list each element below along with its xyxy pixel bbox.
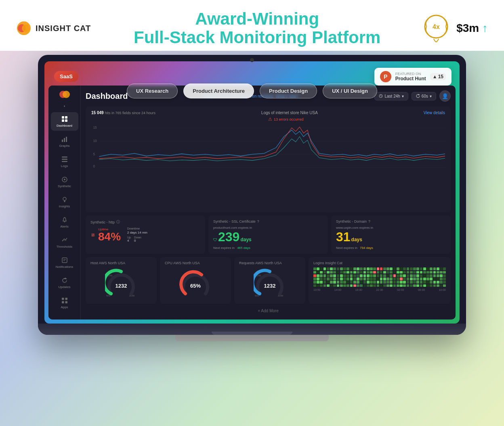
ssl-certificate-card: Synthetic - SSL Certificate ? producthun… bbox=[208, 215, 328, 254]
heatmap-cell bbox=[373, 281, 376, 284]
heatmap-cell bbox=[433, 281, 436, 284]
heatmap-cell bbox=[420, 278, 423, 280]
header-right: 4x $3m ↑ bbox=[423, 14, 488, 43]
heatmap-cell bbox=[317, 281, 319, 284]
heatmap-cell bbox=[397, 271, 399, 274]
add-more-btn[interactable]: + Add More bbox=[86, 307, 451, 315]
synthetic-http-info-icon[interactable]: ⓘ bbox=[116, 219, 120, 225]
heatmap-cell bbox=[380, 284, 383, 287]
svg-rect-8 bbox=[65, 116, 67, 119]
heatmap-cell bbox=[423, 271, 426, 274]
heatmap-cell bbox=[346, 271, 349, 274]
heatmap-cell bbox=[330, 271, 333, 274]
view-details-btn[interactable]: View details bbox=[424, 111, 445, 115]
heatmap-cell bbox=[350, 274, 353, 277]
heatmap-cell bbox=[437, 278, 439, 280]
heatmap-cell bbox=[433, 284, 436, 287]
heatmap-cell bbox=[393, 284, 396, 287]
svg-text:19:00: 19:00 bbox=[319, 171, 326, 172]
heatmap-cell bbox=[390, 271, 393, 274]
sidebar-item-dashboard[interactable]: Dashboard bbox=[51, 112, 78, 131]
svg-text:23:00: 23:00 bbox=[374, 171, 380, 172]
insights-icon bbox=[61, 196, 68, 203]
heatmap-cell bbox=[440, 278, 443, 280]
heatmap-cell bbox=[367, 267, 370, 270]
heatmap-cell bbox=[360, 284, 363, 287]
heatmap-cell bbox=[337, 281, 340, 284]
heatmap-cell bbox=[363, 278, 366, 280]
sidebar-label-synthetic: Synthetic bbox=[58, 184, 71, 188]
heatmap-cell bbox=[357, 271, 359, 274]
heatmap-cell bbox=[386, 267, 389, 270]
svg-text:10:00: 10:00 bbox=[127, 171, 133, 172]
heatmap-cell bbox=[333, 278, 336, 280]
tab-product-architecture[interactable]: Product Architecture bbox=[183, 84, 254, 98]
svg-text:5: 5 bbox=[93, 152, 95, 156]
award-icon: 4x bbox=[423, 14, 449, 43]
heatmap-cell bbox=[340, 267, 343, 270]
heatmap-cell bbox=[320, 284, 323, 287]
heatmap-cell bbox=[313, 278, 316, 280]
heatmap-cell bbox=[433, 278, 436, 280]
heatmap-cell bbox=[430, 267, 433, 270]
sidebar-label-alerts: Alerts bbox=[60, 225, 68, 228]
ssl-value-display: 🛡 239 days bbox=[213, 230, 323, 244]
heatmap-cell bbox=[377, 274, 380, 277]
down-count: Down 0 bbox=[134, 236, 141, 242]
heatmap-cell bbox=[317, 267, 319, 270]
heatmap-cell bbox=[327, 271, 330, 274]
sidebar-item-apps[interactable]: Apps bbox=[51, 294, 78, 312]
heatmap-cell bbox=[403, 278, 406, 280]
ssl-next: Next expires in 465 days bbox=[213, 246, 323, 250]
heatmap-cell bbox=[416, 274, 419, 277]
main-dashboard-content: Dashboard InsightCat v0.3.344 has been r… bbox=[81, 86, 456, 320]
svg-rect-30 bbox=[65, 301, 67, 304]
sidebar-item-insights[interactable]: Insights bbox=[51, 193, 78, 211]
tab-ux-research[interactable]: UX Research bbox=[127, 84, 178, 98]
svg-rect-7 bbox=[62, 116, 64, 119]
sidebar-item-thresholds[interactable]: Thresholds bbox=[51, 233, 78, 252]
heatmap-cell bbox=[360, 278, 363, 280]
heatmap-cell bbox=[390, 274, 393, 277]
heatmap-cell bbox=[346, 274, 349, 277]
laptop-stand bbox=[175, 335, 329, 341]
svg-text:12:00: 12:00 bbox=[182, 171, 188, 172]
tab-ux-ui-design[interactable]: UX / UI Design bbox=[323, 84, 377, 98]
svg-rect-23 bbox=[62, 258, 67, 263]
heatmap-cell bbox=[313, 284, 316, 287]
svg-text:11:00: 11:00 bbox=[154, 171, 160, 172]
heatmap-cell bbox=[363, 267, 366, 270]
heatmap-cell bbox=[380, 271, 383, 274]
heatmap-cell bbox=[363, 284, 366, 287]
grid-icon bbox=[61, 115, 68, 123]
logo-icon bbox=[16, 21, 32, 36]
domain-info-icon[interactable]: ? bbox=[368, 219, 370, 223]
heatmap-cell bbox=[320, 278, 323, 280]
header-title: Award-Winning Full-Stack Monitoring Plat… bbox=[91, 10, 423, 47]
heatmap-cell bbox=[400, 278, 403, 280]
apps-icon bbox=[61, 297, 68, 304]
sidebar-item-updates[interactable]: Updates bbox=[51, 274, 78, 292]
sidebar-item-synthetic[interactable]: Synthetic bbox=[51, 173, 78, 191]
heatmap-cell bbox=[440, 284, 443, 287]
heatmap-cell bbox=[340, 274, 343, 277]
heatmap-cell bbox=[343, 274, 346, 277]
sidebar-item-alerts[interactable]: Alerts bbox=[51, 213, 78, 232]
heatmap-cell bbox=[407, 267, 410, 270]
heatmap-cell bbox=[357, 284, 359, 287]
heatmap-cell bbox=[413, 281, 416, 284]
sidebar-item-graphs[interactable]: Graphs bbox=[51, 132, 78, 151]
heatmap-cell bbox=[327, 278, 330, 280]
heatmap-cell bbox=[327, 281, 330, 284]
heatmap-cell bbox=[420, 267, 423, 270]
ssl-info-icon[interactable]: ? bbox=[257, 219, 259, 223]
logo: INSIGHT CAT bbox=[16, 21, 91, 36]
sidebar-collapse-arrow[interactable]: › bbox=[64, 104, 65, 108]
sidebar-item-notifications[interactable]: Notifications bbox=[51, 253, 78, 272]
tab-product-design[interactable]: Product Design bbox=[260, 84, 317, 98]
award-badge: 4x bbox=[423, 14, 449, 43]
sidebar-item-logs[interactable]: Logs bbox=[51, 152, 78, 171]
heatmap-cell bbox=[416, 271, 419, 274]
heatmap-cell bbox=[440, 281, 443, 284]
heatmap-cell bbox=[430, 274, 433, 277]
